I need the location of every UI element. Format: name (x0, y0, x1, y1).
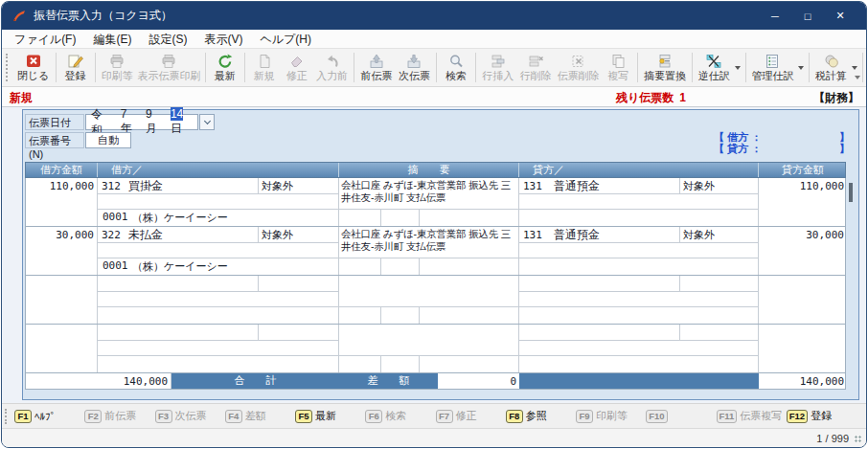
credit-partner-cell[interactable] (519, 210, 759, 226)
fkey-f10[interactable]: F10 (646, 410, 716, 423)
menu-file[interactable]: ファイル(F) (6, 30, 84, 49)
new-slip-button[interactable]: 新規 (248, 49, 281, 86)
debit-partner-cell[interactable]: 0001（株）ケーイーシー (98, 210, 339, 226)
debit-amount-cell[interactable] (26, 276, 98, 324)
debit-amount-cell[interactable]: 30,000 (26, 227, 98, 275)
menu-help[interactable]: ヘルプ(H) (251, 30, 320, 49)
credit-amount-cell[interactable] (759, 325, 847, 372)
resize-grip[interactable] (855, 436, 862, 443)
fkey-f7[interactable]: F7修正 (436, 409, 506, 423)
maximize-button[interactable]: □ (791, 2, 824, 30)
debit-tax-cell[interactable]: 対象外 (259, 227, 339, 243)
debit-account-cell[interactable] (98, 325, 259, 341)
copy-slip-button[interactable]: 複写 (602, 49, 634, 86)
credit-sub-cell[interactable] (519, 194, 759, 210)
close-slip-button[interactable]: 閉じる (14, 49, 53, 86)
debit-sub-cell[interactable] (98, 194, 339, 210)
summary-cell[interactable]: 会社口座 みずほ-東京営業部 振込先 三井住友-赤川町 支払伝票 (339, 227, 519, 258)
debit-sub-cell[interactable] (98, 341, 339, 356)
summary-sub-cell[interactable] (420, 210, 519, 226)
close-button[interactable]: ✕ (824, 2, 857, 30)
slip-date-field[interactable]: 令和 7年 9月 14日 (85, 114, 198, 130)
summary-cell[interactable] (339, 325, 519, 356)
refresh-button[interactable]: 最新 (209, 49, 241, 86)
register-button[interactable]: 登録 (59, 49, 92, 86)
summary-sub-cell[interactable] (339, 210, 381, 226)
reverse-journal-button[interactable]: 逆仕訳 (695, 49, 733, 86)
credit-tax-cell[interactable]: 対象外 (680, 178, 759, 194)
credit-tax-cell[interactable] (680, 276, 759, 292)
debit-tax-cell[interactable] (259, 276, 339, 292)
fkey-f8[interactable]: F8参照 (506, 409, 576, 423)
scrollbar-thumb[interactable] (849, 183, 853, 202)
menu-edit[interactable]: 編集(E) (84, 30, 140, 49)
edit-slip-button[interactable]: 修正 (281, 49, 313, 86)
summary-sub-cell[interactable] (339, 356, 381, 372)
credit-partner-cell[interactable] (519, 258, 759, 275)
debit-amount-cell[interactable]: 110,000 (26, 178, 98, 226)
summary-sub-cell[interactable] (339, 307, 381, 324)
fkey-f4[interactable]: F4差額 (225, 409, 295, 423)
debit-account-cell[interactable]: 312買掛金 (98, 178, 259, 194)
debit-partner-cell[interactable] (98, 356, 339, 372)
fkey-f3[interactable]: F3次伝票 (155, 409, 225, 423)
credit-account-cell[interactable]: 131普通預金 (519, 178, 680, 194)
debit-amount-cell[interactable] (26, 325, 98, 372)
fkey-f1[interactable]: F1ﾍﾙﾌﾟ (14, 410, 84, 423)
credit-amount-cell[interactable]: 30,000 (759, 227, 847, 275)
credit-sub-cell[interactable] (519, 243, 759, 258)
summary-cell[interactable] (339, 276, 519, 307)
summary-sub-cell[interactable] (381, 210, 420, 226)
toolbar-overflow-button[interactable] (852, 72, 863, 83)
credit-amount-cell[interactable] (759, 276, 847, 324)
credit-sub-cell[interactable] (519, 292, 759, 307)
fkey-f5[interactable]: F5最新 (295, 409, 365, 423)
credit-account-cell[interactable]: 131普通預金 (519, 227, 680, 243)
display-slip-print-button[interactable]: 表示伝票印刷 (136, 49, 202, 86)
menu-view[interactable]: 表示(V) (195, 30, 251, 49)
debit-partner-cell[interactable] (98, 307, 339, 324)
debit-sub-cell[interactable] (98, 292, 339, 307)
manage-journal-dropdown[interactable] (796, 49, 806, 86)
function-bar-grip[interactable] (5, 409, 10, 424)
reverse-journal-dropdown[interactable] (733, 49, 742, 86)
debit-tax-cell[interactable] (259, 325, 339, 341)
next-slip-button[interactable]: 次伝票 (396, 49, 434, 86)
debit-account-cell[interactable]: 322未払金 (98, 227, 259, 243)
minimize-button[interactable]: ─ (759, 2, 791, 30)
credit-amount-cell[interactable]: 110,000 (759, 178, 847, 226)
debit-partner-cell[interactable]: 0001（株）ケーイーシー (98, 258, 339, 275)
prev-slip-button[interactable]: 前伝票 (357, 49, 396, 86)
auto-number-button[interactable]: 自動 (85, 132, 131, 148)
date-picker-dropdown[interactable] (199, 114, 215, 130)
summary-sub-cell[interactable] (381, 258, 420, 275)
fkey-f6[interactable]: F6検索 (365, 409, 435, 423)
summary-sub-cell[interactable] (381, 356, 420, 372)
summary-cell[interactable]: 会社口座 みずほ-東京営業部 振込先 三井住友-赤川町 支払伝票 (339, 178, 519, 210)
print-button[interactable]: 印刷等 (98, 49, 136, 86)
manage-journal-button[interactable]: 管理仕訳 (749, 49, 796, 86)
fkey-f2[interactable]: F2前伝票 (84, 409, 154, 423)
credit-partner-cell[interactable] (519, 307, 759, 324)
summary-replace-button[interactable]: 摘要置換 (641, 49, 688, 86)
menu-settings[interactable]: 設定(S) (140, 30, 195, 49)
credit-tax-cell[interactable] (680, 325, 759, 341)
credit-partner-cell[interactable] (519, 356, 759, 372)
summary-sub-cell[interactable] (381, 307, 420, 324)
toolbar-grip[interactable] (6, 54, 11, 81)
row-insert-button[interactable]: 行挿入 (479, 49, 517, 86)
fkey-f12[interactable]: F12登録 (787, 409, 857, 423)
before-input-button[interactable]: 入力前 (313, 49, 352, 86)
tax-calc-button[interactable]: 税計算 (812, 49, 851, 86)
debit-sub-cell[interactable] (98, 243, 339, 258)
fkey-f9[interactable]: F9印刷等 (576, 409, 646, 423)
fkey-f11[interactable]: F11伝票複写 (717, 409, 787, 423)
debit-account-cell[interactable] (98, 276, 259, 292)
summary-sub-cell[interactable] (420, 307, 519, 324)
credit-account-cell[interactable] (519, 325, 680, 341)
credit-sub-cell[interactable] (519, 341, 759, 356)
search-button[interactable]: 検索 (440, 49, 472, 86)
debit-tax-cell[interactable]: 対象外 (259, 178, 339, 194)
credit-account-cell[interactable] (519, 276, 680, 292)
credit-tax-cell[interactable]: 対象外 (680, 227, 759, 243)
